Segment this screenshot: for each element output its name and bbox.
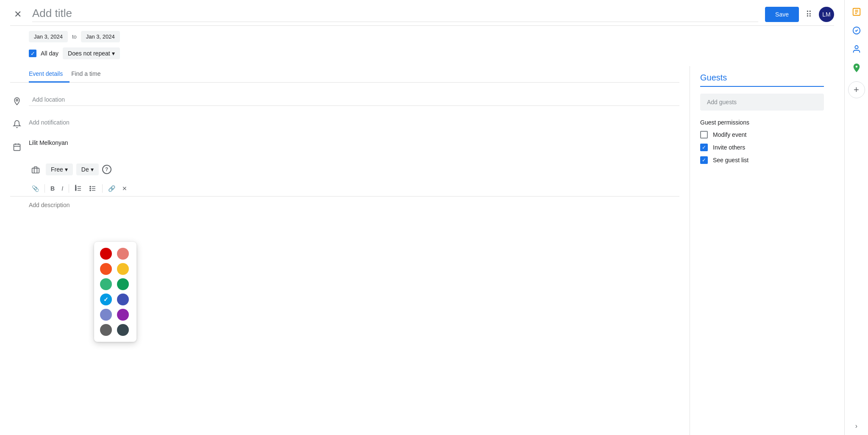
see-guest-list-label: See guest list (713, 157, 748, 163)
description-toolbar: 📎 B I 123 🔗 ✕ (10, 181, 679, 197)
right-sidebar: + › (844, 0, 868, 435)
see-guest-list-checkbox[interactable] (700, 156, 708, 164)
color-graphite-dark[interactable] (117, 324, 129, 336)
svg-rect-5 (32, 168, 39, 173)
color-basil[interactable] (117, 278, 129, 290)
status-value: Free (51, 166, 63, 173)
calendar-row: Lilit Melkonyan (10, 135, 679, 158)
apps-icon[interactable]: ⠿ (804, 8, 814, 21)
color-flamingo[interactable] (117, 248, 129, 260)
content-split: Event details Find a time (10, 66, 834, 435)
color-banana[interactable] (117, 263, 129, 275)
attachment-button[interactable]: 📎 (29, 183, 42, 194)
calendar-icon (10, 140, 24, 154)
repeat-select[interactable]: Does not repeat ▾ (63, 47, 120, 59)
remove-format-button[interactable]: ✕ (119, 183, 130, 194)
permission-invite-others: Invite others (700, 144, 824, 151)
end-date-button[interactable]: Jan 3, 2024 (81, 31, 120, 42)
date-row: Jan 3, 2024 to Jan 3, 2024 (10, 31, 834, 42)
color-lavender[interactable] (100, 309, 112, 321)
maps-icon-btn[interactable] (848, 59, 865, 76)
divider (45, 184, 45, 193)
visibility-value: De (81, 166, 89, 173)
permission-modify-event: Modify event (700, 131, 824, 139)
location-row (10, 89, 679, 112)
tasks-icon-btn[interactable] (848, 3, 865, 20)
header-row: ✕ Save ⠿ LM (10, 7, 834, 26)
color-blueberry[interactable] (117, 294, 129, 305)
svg-point-16 (90, 188, 91, 189)
tabs-row: Event details Find a time (10, 66, 679, 83)
sidebar-chevron[interactable]: › (855, 422, 857, 435)
guest-permissions-title: Guest permissions (700, 119, 824, 126)
status-dropdown[interactable]: Free ▾ (46, 163, 73, 175)
allday-checkbox[interactable] (29, 50, 36, 57)
color-graphite[interactable] (100, 324, 112, 336)
status-row: Free ▾ De ▾ ? (10, 158, 679, 181)
chevron-down-icon: ▾ (91, 166, 94, 173)
unordered-list-button[interactable] (86, 183, 100, 194)
add-sidebar-button[interactable]: + (848, 81, 865, 98)
allday-label: All day (41, 50, 58, 57)
help-icon[interactable]: ? (102, 165, 111, 174)
header-actions: Save ⠿ LM (765, 7, 834, 22)
modify-event-checkbox[interactable] (700, 131, 708, 139)
title-input[interactable] (32, 7, 758, 22)
invite-others-checkbox[interactable] (700, 144, 708, 151)
location-input[interactable] (29, 94, 679, 106)
color-picker-popup (94, 242, 136, 342)
guests-panel: Guests Guest permissions Modify event In… (690, 66, 834, 435)
svg-point-17 (90, 190, 91, 191)
tab-event-details[interactable]: Event details (29, 66, 70, 83)
guests-title: Guests (700, 66, 824, 87)
chevron-down-icon: ▾ (65, 166, 68, 173)
modify-event-label: Modify event (713, 131, 746, 138)
color-peacock[interactable] (100, 294, 112, 305)
close-button[interactable]: ✕ (10, 7, 25, 22)
color-sage[interactable] (100, 278, 112, 290)
svg-point-0 (16, 99, 18, 101)
svg-rect-1 (14, 144, 20, 150)
permission-see-guest-list: See guest list (700, 156, 824, 164)
bell-icon (10, 117, 24, 131)
left-panel: Event details Find a time (10, 66, 690, 435)
notification-label[interactable]: Add notification (29, 116, 70, 128)
repeat-label: Does not repeat (68, 50, 110, 57)
svg-point-24 (855, 66, 857, 68)
tab-find-a-time[interactable]: Find a time (70, 66, 107, 83)
color-grape[interactable] (117, 309, 129, 321)
divider (69, 184, 69, 193)
calendar-name: Lilit Melkonyan (29, 139, 68, 146)
avatar[interactable]: LM (819, 7, 834, 22)
start-date-button[interactable]: Jan 3, 2024 (29, 31, 68, 42)
check-icon-btn[interactable] (848, 22, 865, 39)
color-tangerine[interactable] (100, 263, 112, 275)
add-guests-input[interactable] (700, 94, 824, 111)
svg-text:3: 3 (75, 189, 77, 191)
color-tomato[interactable] (100, 248, 112, 260)
person-icon-btn[interactable] (848, 41, 865, 58)
briefcase-icon (29, 163, 42, 177)
date-to-label: to (72, 33, 77, 40)
link-button[interactable]: 🔗 (105, 183, 118, 194)
save-button[interactable]: Save (765, 7, 799, 22)
svg-point-23 (855, 46, 858, 49)
visibility-dropdown[interactable]: De ▾ (76, 163, 99, 175)
svg-point-15 (90, 186, 91, 187)
location-icon (10, 94, 24, 108)
invite-others-label: Invite others (713, 144, 745, 151)
notification-row: Add notification (10, 112, 679, 135)
allday-row: All day Does not repeat ▾ (10, 47, 834, 59)
chevron-down-icon: ▾ (112, 50, 115, 57)
divider (102, 184, 103, 193)
ordered-list-button[interactable]: 123 (72, 183, 85, 194)
italic-button[interactable]: I (58, 183, 66, 194)
bold-button[interactable]: B (47, 183, 58, 194)
